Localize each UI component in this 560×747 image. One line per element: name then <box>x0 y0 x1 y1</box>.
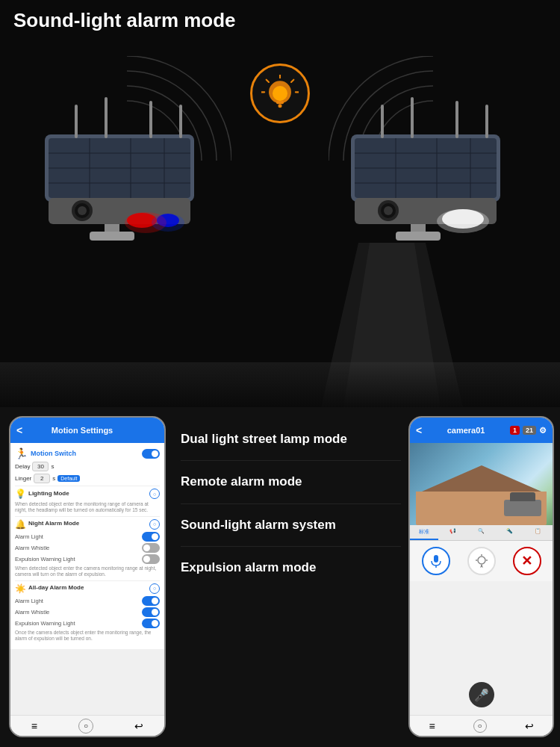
motion-switch-toggle[interactable] <box>142 449 160 459</box>
allday-alarm-label: All-day Alarm Mode <box>28 584 84 591</box>
menu-icon-right[interactable]: ≡ <box>429 720 435 732</box>
motion-switch-row: 🏃 Motion Switch <box>15 447 160 459</box>
mode-label-dual-light: Dual light street lamp mode <box>181 432 347 446</box>
ctrl-close-button[interactable]: ✕ <box>513 547 541 575</box>
allday-whistle-toggle[interactable] <box>142 607 160 617</box>
home-button-right[interactable]: ○ <box>473 719 487 733</box>
svg-rect-46 <box>411 97 414 138</box>
phone-right-bottom-bar: ≡ ○ ↩ <box>410 715 553 736</box>
tab-standard[interactable]: 标准 <box>410 525 438 540</box>
back-icon-right[interactable]: ↩ <box>525 720 534 732</box>
tab-audio[interactable]: 📢 <box>438 525 467 540</box>
lighting-mode-row: 💡 Lighting Mode ○ <box>15 489 160 499</box>
alarm-light-row: Alarm Light <box>15 532 160 542</box>
back-button-left[interactable]: < <box>16 424 22 436</box>
mode-label-sound-light: Sound-light alarm system <box>181 518 336 532</box>
night-desc: When detected object enter the camera mo… <box>15 565 160 578</box>
badge-red: 1 <box>510 426 520 435</box>
mode-label-remote-alarm: Remote alarm mode <box>181 474 302 489</box>
linger-unit: s <box>52 475 55 482</box>
svg-line-2 <box>291 80 293 82</box>
modes-list: Dual light street lamp mode Remote alarm… <box>166 407 408 747</box>
allday-expulsion-toggle[interactable] <box>142 619 160 628</box>
svg-rect-10 <box>90 232 134 241</box>
menu-icon-left[interactable]: ≡ <box>31 720 37 732</box>
delay-unit: s <box>51 463 54 470</box>
allday-desc: Once the camera detects object enter the… <box>15 630 160 642</box>
night-icon: 🔔 <box>15 519 26 530</box>
phone-left-body: 🏃 Motion Switch Delay 30 s Linger 2 s De… <box>10 443 164 649</box>
phone-left-title: Motion Settings <box>52 426 113 435</box>
divider-1 <box>15 486 160 486</box>
svg-rect-45 <box>381 105 384 138</box>
svg-rect-23 <box>75 105 78 138</box>
alarm-whistle-label: Alarm Whistle <box>15 545 49 551</box>
svg-point-30 <box>152 214 184 232</box>
svg-rect-32 <box>396 232 441 241</box>
header-section: Sound-light alarm mode <box>13 9 236 32</box>
back-icon-left[interactable]: ↩ <box>134 720 143 732</box>
ctrl-mic-button[interactable] <box>422 547 450 575</box>
mic-button[interactable]: 🎤 <box>469 682 494 707</box>
phone-right-title: camera01 <box>447 426 485 435</box>
alarm-light-toggle[interactable] <box>142 532 160 542</box>
divider-2 <box>15 516 160 517</box>
svg-point-50 <box>437 209 489 233</box>
linger-row: Linger 2 s Default <box>15 474 160 483</box>
tab-zoom[interactable]: 🔍 <box>467 525 495 540</box>
delay-row: Delay 30 s <box>15 462 160 471</box>
linger-label: Linger <box>15 475 31 482</box>
allday-whistle-label: Alarm Whistle <box>15 609 49 616</box>
home-button-left[interactable]: ○ <box>78 719 93 734</box>
svg-point-44 <box>384 206 393 215</box>
motion-switch-label: Motion Switch <box>31 450 76 457</box>
allday-expulsion-label: Expulsion Warning Light <box>15 620 75 627</box>
mode-item-expulsion: Expulsion alarm mode <box>181 547 401 589</box>
mode-item-sound-light: Sound-light alarm system <box>181 504 401 547</box>
mode-item-remote-alarm: Remote alarm mode <box>181 461 401 503</box>
expulsion-light-row: Expulsion Warning Light <box>15 554 160 564</box>
alarm-whistle-toggle[interactable] <box>142 543 160 553</box>
phone-left-bottom-bar: ≡ ○ ↩ <box>10 715 164 736</box>
camera-tabs: 标准 📢 🔍 🔦 📋 <box>410 525 553 541</box>
mode-label-expulsion: Expulsion alarm mode <box>181 560 316 574</box>
phone-right-statusbar: < camera01 1 21 ⚙ <box>410 418 553 443</box>
delay-label: Delay <box>15 463 30 470</box>
default-button[interactable]: Default <box>57 475 80 482</box>
expulsion-light-label: Expulsion Warning Light <box>15 556 75 562</box>
tab-clip[interactable]: 📋 <box>524 525 553 540</box>
expulsion-light-toggle[interactable] <box>142 554 160 564</box>
alarm-light-label: Alarm Light <box>15 533 43 540</box>
ctrl-light-button[interactable] <box>467 547 496 575</box>
svg-rect-26 <box>179 105 182 138</box>
camera-scene <box>0 41 560 407</box>
svg-rect-48 <box>485 105 488 138</box>
night-alarm-label: Night Alarm Mode <box>28 520 79 527</box>
svg-point-55 <box>478 557 485 564</box>
svg-rect-7 <box>276 101 284 104</box>
divider-3 <box>15 580 160 581</box>
allday-alarm-header: ☀️ All-day Alarm Mode ○ <box>15 583 160 594</box>
allday-alarm-light-toggle[interactable] <box>142 596 160 606</box>
alarm-whistle-row: Alarm Whistle <box>15 543 160 553</box>
tab-light[interactable]: 🔦 <box>496 525 524 540</box>
allday-alarm-toggle[interactable]: ○ <box>149 583 160 594</box>
svg-point-22 <box>78 206 87 215</box>
lighting-toggle[interactable]: ○ <box>149 489 160 499</box>
settings-icon-right[interactable]: ⚙ <box>539 426 547 436</box>
svg-line-4 <box>267 80 269 82</box>
mode-item-dual-light: Dual light street lamp mode <box>181 418 401 461</box>
motion-icon: 🏃 <box>15 447 28 459</box>
allday-whistle-row: Alarm Whistle <box>15 607 160 617</box>
linger-input[interactable]: 2 <box>34 474 50 483</box>
allday-alarm-light-row: Alarm Light <box>15 596 160 606</box>
night-alarm-header: 🔔 Night Alarm Mode ○ <box>15 519 160 530</box>
camera-feed <box>410 443 553 525</box>
allday-icon: ☀️ <box>15 583 26 594</box>
night-alarm-toggle[interactable]: ○ <box>149 519 160 530</box>
lighting-desc: When detected object enter the monitorin… <box>15 501 160 514</box>
svg-point-8 <box>279 104 282 108</box>
back-button-right[interactable]: < <box>416 424 422 436</box>
lighting-label: Lighting Mode <box>28 490 69 497</box>
delay-input[interactable]: 30 <box>32 462 49 471</box>
